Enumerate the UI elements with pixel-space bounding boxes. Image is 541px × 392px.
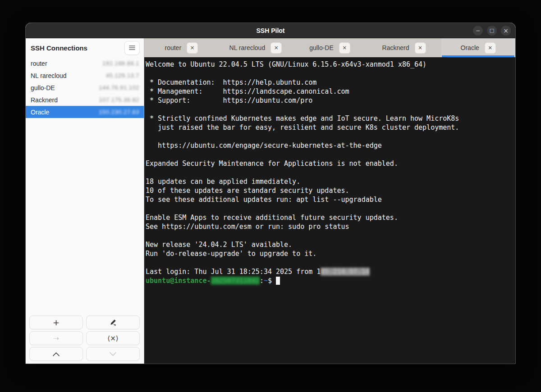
app-window: SSH Pilot − □ × SSH Connections xyxy=(25,23,516,364)
terminal-segment-blue-bold: ~ xyxy=(264,277,268,285)
connection-name: gullo-DE xyxy=(31,84,55,91)
terminal-line xyxy=(146,168,515,177)
tab-router[interactable]: router× xyxy=(144,38,219,57)
connection-row[interactable]: Oracle150.230.27.83 xyxy=(26,106,144,118)
tab-label: gullo-DE xyxy=(309,44,334,51)
terminal-line xyxy=(146,204,515,213)
terminal-line: * Strictly confined Kubernetes makes edg… xyxy=(146,114,515,123)
chevron-up-button[interactable] xyxy=(29,347,83,361)
minimize-button[interactable]: − xyxy=(473,26,483,36)
tab-gullo-de[interactable]: gullo-DE× xyxy=(293,38,367,57)
window-controls: − □ × xyxy=(473,23,511,38)
terminal-line: ubuntu@instance-202507311842:~$ xyxy=(146,276,515,285)
terminal-segment-fg: Last login: Thu Jul 31 18:25:34 2025 fro… xyxy=(146,268,321,276)
dashed-arrow-button[interactable]: ⇢ xyxy=(29,331,83,345)
terminal-line: just raised the bar for easy, resilient … xyxy=(146,123,515,132)
connection-ip-blurred: 144.76.91.102 xyxy=(99,84,139,91)
chevron-down-button[interactable] xyxy=(86,347,140,361)
tab-close-button[interactable]: × xyxy=(485,42,496,54)
terminal-x-icon: ⟨×⟩ xyxy=(107,334,118,342)
terminal-line xyxy=(146,132,515,141)
terminal-line xyxy=(146,150,515,159)
desktop-background: SSH Pilot − □ × SSH Connections xyxy=(0,0,541,392)
terminal-line: Run 'do-release-upgrade' to upgrade to i… xyxy=(146,249,515,258)
close-icon: × xyxy=(503,26,509,36)
terminal-line: To see these additional updates run: apt… xyxy=(146,195,515,204)
terminal-line xyxy=(146,231,515,240)
terminal-line: * Documentation: https://help.ubuntu.com xyxy=(146,78,515,87)
terminal-view[interactable]: Welcome to Ubuntu 22.04.5 LTS (GNU/Linux… xyxy=(144,57,515,364)
tab-close-button[interactable]: × xyxy=(270,42,282,54)
terminal-line: New release '24.04.2 LTS' available. xyxy=(146,240,515,249)
maximize-icon: □ xyxy=(490,26,494,36)
connection-ip-blurred: 192.168.88.1 xyxy=(102,60,139,67)
connection-ip-blurred: 45.129.13.7 xyxy=(106,72,139,79)
menu-button[interactable] xyxy=(124,41,140,55)
connection-row[interactable]: router192.168.88.1 xyxy=(26,57,144,69)
terminal-line: https://ubuntu.com/engage/secure-kuberne… xyxy=(146,141,515,150)
sidebar-title: SSH Connections xyxy=(31,44,87,52)
tab-close-button[interactable]: × xyxy=(415,42,426,54)
terminal-segment-blur-gray: 85.214.97.14 xyxy=(321,268,369,276)
terminal-line: Welcome to Ubuntu 22.04.5 LTS (GNU/Linux… xyxy=(146,60,515,69)
chevron-down-icon xyxy=(109,352,117,356)
tab-label: Oracle xyxy=(461,44,479,51)
tab-close-icon: × xyxy=(418,45,422,51)
terminal-line: 10 of these updates are standard securit… xyxy=(146,186,515,195)
connection-row[interactable]: NL rarecloud45.129.13.7 xyxy=(26,69,144,82)
tab-racknerd[interactable]: Racknerd× xyxy=(367,38,441,57)
plus-icon: + xyxy=(53,318,60,327)
connection-list: router192.168.88.1NL rarecloud45.129.13.… xyxy=(26,57,144,314)
terminal-line xyxy=(146,105,515,114)
edit-pencil-button[interactable] xyxy=(86,315,140,329)
tab-label: router xyxy=(165,44,182,51)
main-area: router×NL rarecloud×gullo-DE×Racknerd×Or… xyxy=(144,38,515,364)
terminal-segment-fg: $ xyxy=(268,277,276,285)
tab-close-icon: × xyxy=(190,45,195,51)
hamburger-menu-icon xyxy=(129,45,135,50)
tab-label: NL rarecloud xyxy=(229,44,266,51)
terminal-segment-cursor xyxy=(276,277,280,285)
maximize-button[interactable]: □ xyxy=(487,26,497,36)
terminal-line: Expanded Security Maintenance for Applic… xyxy=(146,159,515,168)
connection-ip-blurred: 107.175.36.82 xyxy=(99,96,139,103)
chevron-up-icon xyxy=(52,352,60,356)
connection-row[interactable]: Racknerd107.175.36.82 xyxy=(26,94,144,106)
tab-close-icon: × xyxy=(488,45,492,51)
sidebar-header: SSH Connections xyxy=(26,38,144,57)
tab-close-icon: × xyxy=(274,45,279,51)
tab-label: Racknerd xyxy=(382,44,409,51)
terminal-line: 18 updates can be applied immediately. xyxy=(146,177,515,186)
sidebar: SSH Connections router192.168.88.1NL rar… xyxy=(26,38,144,364)
terminal-x-button[interactable]: ⟨×⟩ xyxy=(86,331,140,345)
tab-nl-rarecloud[interactable]: NL rarecloud× xyxy=(219,38,293,57)
tab-close-button[interactable]: × xyxy=(187,42,198,54)
terminal-line: Last login: Thu Jul 31 18:25:34 2025 fro… xyxy=(146,267,515,276)
edit-pencil-icon xyxy=(110,319,116,326)
sidebar-actions: +⇢⟨×⟩ xyxy=(26,314,144,364)
connection-name: Racknerd xyxy=(31,96,58,104)
titlebar[interactable]: SSH Pilot − □ × xyxy=(26,23,515,38)
terminal-segment-fg: : xyxy=(260,277,264,285)
plus-button[interactable]: + xyxy=(29,315,83,329)
terminal-line xyxy=(146,258,515,267)
connection-name: router xyxy=(31,60,47,67)
tab-bar: router×NL rarecloud×gullo-DE×Racknerd×Or… xyxy=(144,38,515,57)
close-button[interactable]: × xyxy=(501,26,511,36)
minimize-icon: − xyxy=(476,26,480,36)
tab-oracle[interactable]: Oracle× xyxy=(441,38,515,57)
terminal-line xyxy=(146,69,515,78)
terminal-line: See https://ubuntu.com/esm or run: sudo … xyxy=(146,222,515,231)
window-content: SSH Connections router192.168.88.1NL rar… xyxy=(26,38,515,364)
terminal-line: * Management: https://landscape.canonica… xyxy=(146,87,515,96)
terminal-line: * Support: https://ubuntu.com/pro xyxy=(146,96,515,105)
tab-close-button[interactable]: × xyxy=(339,42,350,54)
terminal-segment-blur-green: 202507311842 xyxy=(211,277,260,285)
terminal-line: Enable ESM Apps to receive additional fu… xyxy=(146,213,515,222)
tab-close-icon: × xyxy=(342,45,347,51)
connection-name: Oracle xyxy=(31,109,49,116)
connection-ip-blurred: 150.230.27.83 xyxy=(99,109,139,115)
window-title: SSH Pilot xyxy=(26,27,515,34)
connection-row[interactable]: gullo-DE144.76.91.102 xyxy=(26,82,144,94)
terminal-segment-green-bold: ubuntu@instance- xyxy=(146,277,211,285)
